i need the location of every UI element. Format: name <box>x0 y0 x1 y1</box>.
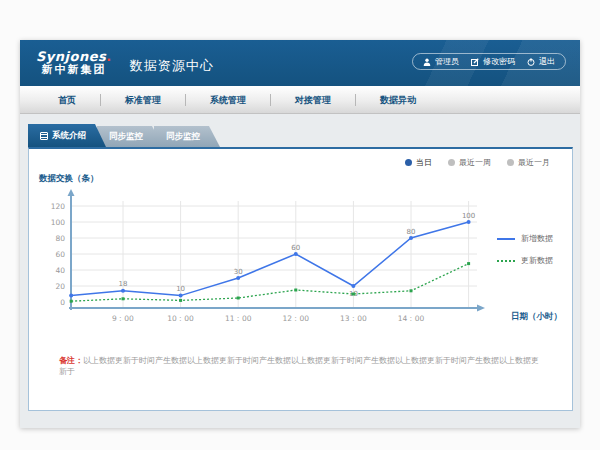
radio-icon <box>405 159 412 166</box>
svg-text:60: 60 <box>291 244 300 252</box>
dotted-line-icon <box>497 260 515 262</box>
user-button-label: 管理员 <box>435 56 459 67</box>
change-password-label: 修改密码 <box>483 56 515 67</box>
content-area: 系统介绍 同步监控 同步监控 当日 最近一周 <box>20 114 580 428</box>
tab-sync-monitor-2[interactable]: 同步监控 <box>154 126 220 147</box>
edit-icon <box>471 58 479 66</box>
radio-icon <box>448 159 455 166</box>
logout-label: 退出 <box>539 56 555 67</box>
document-icon <box>40 132 48 140</box>
app-header: Synjones. 新中新集团 数据资源中心 管理员 修改密码 <box>20 40 580 86</box>
page: Synjones. 新中新集团 数据资源中心 管理员 修改密码 <box>0 0 600 450</box>
user-button[interactable]: 管理员 <box>423 56 459 67</box>
main-nav: 首页 标准管理 系统管理 对接管理 数据异动 <box>20 86 580 114</box>
nav-item-standard-mgmt[interactable]: 标准管理 <box>101 86 185 114</box>
tab-label: 同步监控 <box>109 126 143 147</box>
user-icon <box>423 58 431 66</box>
tab-label: 同步监控 <box>166 126 200 147</box>
svg-text:40: 40 <box>55 266 65 275</box>
filter-label: 当日 <box>416 157 432 168</box>
brand-name: Synjones. <box>36 50 112 64</box>
footnote-prefix: 备注： <box>59 356 83 365</box>
svg-text:100: 100 <box>462 212 475 220</box>
filter-last-week[interactable]: 最近一周 <box>448 157 491 168</box>
x-axis-title: 日期（小时） <box>511 311 562 323</box>
svg-text:10：00: 10：00 <box>167 314 194 323</box>
svg-text:18: 18 <box>119 280 128 288</box>
legend-label: 更新数据 <box>521 255 553 266</box>
chart-legend: 新增数据 更新数据 <box>497 233 553 266</box>
app-window: Synjones. 新中新集团 数据资源中心 管理员 修改密码 <box>20 40 580 428</box>
filter-label: 最近一月 <box>518 157 550 168</box>
svg-text:9：00: 9：00 <box>112 314 134 323</box>
period-filters: 当日 最近一周 最近一月 <box>405 157 550 168</box>
change-password-button[interactable]: 修改密码 <box>471 56 515 67</box>
header-actions: 管理员 修改密码 退出 <box>412 53 566 70</box>
svg-text:30: 30 <box>234 268 243 276</box>
filter-label: 最近一周 <box>459 157 491 168</box>
tab-system-intro[interactable]: 系统介绍 <box>28 124 106 147</box>
nav-item-data-change[interactable]: 数据异动 <box>356 86 440 114</box>
brand-accent-dot: . <box>106 49 111 64</box>
nav-item-system-mgmt[interactable]: 系统管理 <box>186 86 270 114</box>
svg-text:11：00: 11：00 <box>225 314 252 323</box>
footnote-text: 以上数据更新于时间产生数据以上数据更新于时间产生数据以上数据更新于时间产生数据以… <box>59 356 539 376</box>
svg-text:100: 100 <box>51 218 66 227</box>
brand-name-cn: 新中新集团 <box>36 64 112 76</box>
svg-text:13：00: 13：00 <box>340 314 367 323</box>
chart-panel: 当日 最近一周 最近一月 数据交换（条） 0204060801001209：00… <box>28 147 573 411</box>
brand-logo[interactable]: Synjones. 新中新集团 <box>36 50 112 75</box>
legend-item-new-data[interactable]: 新增数据 <box>497 233 553 244</box>
solid-line-icon <box>497 238 515 240</box>
radio-icon <box>507 159 514 166</box>
svg-text:60: 60 <box>55 250 65 259</box>
svg-text:14：00: 14：00 <box>398 314 425 323</box>
y-axis-title: 数据交换（条） <box>39 173 99 185</box>
svg-text:80: 80 <box>407 228 416 236</box>
tab-sync-monitor-1[interactable]: 同步监控 <box>97 126 163 147</box>
svg-text:80: 80 <box>55 234 65 243</box>
app-title: 数据资源中心 <box>130 57 214 75</box>
legend-item-updated-data[interactable]: 更新数据 <box>497 255 553 266</box>
svg-text:10: 10 <box>176 285 185 293</box>
nav-item-home[interactable]: 首页 <box>34 86 100 114</box>
tab-label: 系统介绍 <box>52 124 86 147</box>
line-chart: 0204060801001209：0010：0011：0012：0013：001… <box>29 187 572 332</box>
tab-bar: 系统介绍 同步监控 同步监控 <box>28 124 220 147</box>
filter-today[interactable]: 当日 <box>405 157 432 168</box>
footnote: 备注：以上数据更新于时间产生数据以上数据更新于时间产生数据以上数据更新于时间产生… <box>59 355 546 377</box>
filter-last-month[interactable]: 最近一月 <box>507 157 550 168</box>
power-icon <box>527 58 535 66</box>
svg-text:12：00: 12：00 <box>283 314 310 323</box>
svg-text:0: 0 <box>60 298 65 307</box>
svg-text:20: 20 <box>55 282 65 291</box>
legend-label: 新增数据 <box>521 233 553 244</box>
svg-text:120: 120 <box>51 202 66 211</box>
logout-button[interactable]: 退出 <box>527 56 555 67</box>
nav-item-interface-mgmt[interactable]: 对接管理 <box>271 86 355 114</box>
